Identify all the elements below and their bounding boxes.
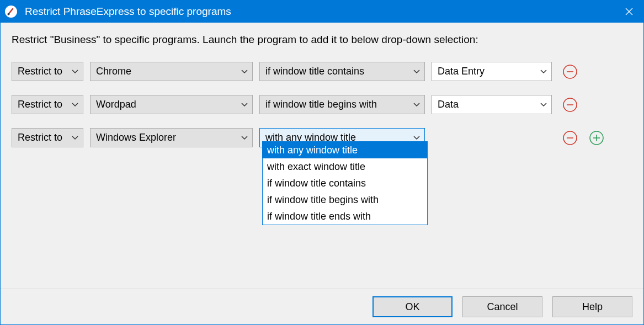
action-combo[interactable]: Restrict to [12,62,83,81]
title-combo[interactable]: Data Entry [432,62,552,81]
dialog-footer: OK Cancel Help [1,289,643,324]
program-value: Wordpad [96,99,136,110]
chevron-down-icon [72,103,78,107]
minus-circle-icon [562,130,578,146]
action-value: Restrict to [18,132,62,143]
chevron-down-icon [241,103,248,107]
svg-point-0 [8,13,10,15]
chevron-down-icon [241,136,248,140]
program-combo[interactable]: Wordpad [90,95,253,114]
dropdown-option[interactable]: if window title contains [263,175,427,191]
chevron-down-icon [540,70,547,74]
minus-circle-icon [562,97,578,113]
chevron-down-icon [540,103,547,107]
add-rule-button[interactable] [588,130,605,146]
rule-row: Restrict to Chrome if window title conta… [12,61,632,82]
program-combo[interactable]: Chrome [90,62,253,81]
dropdown-option[interactable]: with any window title [263,142,427,158]
action-value: Restrict to [18,99,62,110]
remove-rule-button[interactable] [562,130,578,146]
dropdown-option[interactable]: with exact window title [263,158,427,175]
titlebar: Restrict PhraseExpress to specific progr… [1,1,643,23]
title-value: Data [438,99,459,110]
dropdown-option[interactable]: if window title begins with [263,191,427,208]
chevron-down-icon [241,70,248,74]
help-button[interactable]: Help [552,296,632,317]
condition-combo[interactable]: if window title begins with [259,95,425,114]
close-button[interactable] [615,1,643,23]
title-value: Data Entry [438,66,485,77]
dropdown-option[interactable]: if window title ends with [263,208,427,225]
chevron-down-icon [72,70,78,74]
program-combo[interactable]: Windows Explorer [90,128,253,147]
instruction-text: Restrict "Business" to specific programs… [12,34,632,46]
dialog-window: Restrict PhraseExpress to specific progr… [0,0,644,325]
content-area: Restrict "Business" to specific programs… [1,23,643,289]
minus-circle-icon [562,64,578,79]
close-icon [625,8,633,15]
chevron-down-icon [72,136,78,140]
remove-rule-button[interactable] [562,97,578,113]
cancel-button[interactable]: Cancel [462,296,542,317]
plus-circle-icon [589,130,604,146]
rule-row: Restrict to Wordpad if window title begi… [12,94,632,115]
window-title: Restrict PhraseExpress to specific progr… [25,6,615,18]
condition-dropdown-list: with any window title with exact window … [262,141,428,225]
action-value: Restrict to [18,66,62,77]
condition-combo[interactable]: if window title contains [259,62,425,81]
program-value: Windows Explorer [96,132,176,143]
remove-rule-button[interactable] [562,63,578,80]
rules-list: Restrict to Chrome if window title conta… [12,61,632,148]
ok-button[interactable]: OK [372,296,453,317]
chevron-down-icon [413,70,420,74]
title-combo[interactable]: Data [432,95,552,114]
action-combo[interactable]: Restrict to [12,128,83,147]
chevron-down-icon [413,136,420,140]
condition-value: if window title begins with [265,99,377,110]
condition-value: if window title contains [265,66,364,77]
program-value: Chrome [96,66,131,77]
chevron-down-icon [413,103,420,107]
app-icon [5,6,17,18]
action-combo[interactable]: Restrict to [12,95,83,114]
